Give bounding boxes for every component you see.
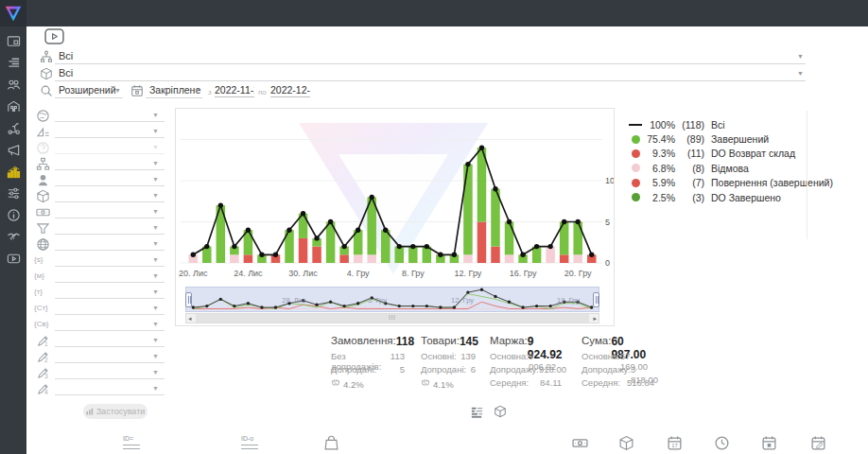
filter-select-13[interactable]: ▼ [55, 318, 165, 331]
navigator-left-handle[interactable] [185, 292, 192, 307]
svg-text:30. Лис: 30. Лис [288, 269, 318, 278]
legend-label: DO Завершено [711, 192, 781, 203]
scroll-right-arrow-icon[interactable]: ▸ [593, 314, 597, 323]
mini-chart-icon [86, 408, 94, 415]
scrollbar-thumb[interactable]: ||| [196, 314, 589, 323]
cart-percent-icon [421, 378, 430, 390]
product-filter-select[interactable]: Всі ▼ [55, 66, 806, 81]
svg-text:8. Гру: 8. Гру [402, 269, 425, 278]
toolbar-package[interactable] [618, 435, 634, 454]
navigator-right-handle[interactable] [593, 292, 599, 307]
filter-row-7: ▼ [34, 221, 165, 237]
filter-select-11[interactable]: ▼ [55, 286, 165, 299]
sidebar-item-analytics[interactable] [0, 163, 26, 184]
legend-item-3[interactable]: 6.8%(8)Відмова [627, 161, 833, 175]
delivery-icon [7, 121, 21, 139]
sidebar-item-sliders[interactable] [0, 184, 26, 206]
period-mode-select[interactable]: Закріплене ▼ [146, 83, 202, 98]
page: Всі ▼ Всі ▼ Розширений ▼ [0, 0, 868, 454]
sidebar-item-delivery[interactable] [0, 119, 26, 141]
chevron-down-icon: ▼ [152, 385, 159, 392]
toolbar-calendar-edit[interactable] [810, 435, 826, 454]
chevron-down-icon: ▼ [152, 144, 159, 150]
stat-sub-value: 57 169.00 [620, 351, 654, 364]
filter-select-15[interactable]: ▼ [55, 350, 165, 363]
token-icon: {Ст} [34, 304, 48, 312]
svg-text:10: 10 [605, 176, 614, 185]
svg-text:0: 0 [605, 258, 610, 268]
chart-panel: 051020. Лис24. Лис30. Лис4. Гру8. Гру12.… [175, 108, 615, 326]
legend-item-0[interactable]: 100%(118)Всі [627, 117, 833, 131]
toolbar-calendar-date[interactable]: 17 [667, 435, 683, 454]
legend-percent: 6.8% [644, 163, 675, 174]
stat-sub-label: Основні: [421, 351, 457, 364]
chevron-down-icon: ▼ [152, 208, 159, 215]
legend-count: (8) [675, 163, 704, 174]
filter-select-14[interactable]: ▼ [55, 334, 165, 347]
sidebar-item-info[interactable] [0, 206, 26, 228]
sidebar-item-megaphone[interactable] [0, 141, 26, 163]
svg-text:12. Гру: 12. Гру [451, 296, 474, 305]
toolbar-bag[interactable] [323, 435, 339, 454]
pencil-index: 3 [44, 373, 48, 379]
status-filter-select[interactable]: Всі ▼ [55, 49, 806, 64]
filter-select-17[interactable]: ▼ [55, 382, 165, 395]
filter-select-9[interactable]: ▼ [55, 253, 165, 267]
stat-sub-label: Середня: [582, 377, 620, 391]
chevron-down-icon: ▼ [152, 256, 159, 263]
search-mode-select[interactable]: Розширений ▼ [55, 83, 123, 98]
video-tour-button[interactable] [44, 28, 64, 44]
orders-view-toggle[interactable] [470, 405, 484, 419]
filter-select-6[interactable]: ▼ [55, 205, 165, 218]
toolbar-col-id-o[interactable]: ID-o [241, 435, 258, 449]
date-from-input[interactable] [215, 83, 254, 97]
chart-scrollbar[interactable]: ◂ ||| ▸ [185, 313, 599, 323]
sidebar-item-warehouse[interactable] [0, 97, 26, 119]
filter-select-8[interactable]: ▼ [55, 237, 165, 251]
chevron-down-icon: ▼ [152, 224, 159, 231]
stat-sub-label: Основна: [490, 351, 529, 364]
cart-percent-icon [331, 378, 340, 390]
legend-label: Завершений [711, 133, 769, 145]
toolbar-col-id=[interactable]: ID= [123, 435, 140, 449]
chevron-down-icon: ▼ [152, 240, 159, 247]
orders-chart[interactable]: 051020. Лис24. Лис30. Лис4. Гру8. Гру12.… [176, 109, 614, 285]
legend-item-2[interactable]: 9.3%(11)DO Возврат склад [627, 147, 833, 161]
toolbar-clock[interactable] [714, 435, 730, 454]
filter-row-8: ▼ [34, 237, 165, 253]
date-to-input[interactable] [270, 83, 310, 97]
products-view-toggle[interactable] [494, 405, 508, 419]
filter-select-12[interactable]: ▼ [55, 302, 165, 315]
sidebar-item-video[interactable] [0, 250, 26, 271]
play-icon [44, 28, 64, 44]
legend-item-5[interactable]: 2.5%(3)DO Завершено [627, 190, 833, 204]
filter-select-5[interactable]: ▼ [55, 189, 165, 202]
sidebar-item-handshake[interactable] [0, 228, 26, 250]
megaphone-icon [7, 143, 21, 161]
filter-select-0[interactable]: ▼ [55, 109, 165, 122]
legend-item-4[interactable]: 5.9%(7)Повернення (завершений) [627, 176, 833, 190]
globe-icon [36, 109, 50, 123]
status-filter-row: Всі ▼ [0, 49, 868, 64]
navigator-minichart: 28. Лис5. Гру12. Гру19. Гру [186, 288, 599, 311]
scroll-left-arrow-icon[interactable]: ◂ [188, 314, 192, 323]
filter-select-10[interactable]: ▼ [55, 270, 165, 283]
triangle-v-logo-icon [3, 3, 24, 24]
legend-percent: 2.5% [644, 192, 675, 203]
toolbar-banknote[interactable] [572, 435, 588, 454]
apply-button[interactable]: Застосувати [83, 404, 148, 419]
app-logo[interactable] [0, 0, 26, 26]
stat-value: 118 [396, 335, 414, 351]
chart-navigator[interactable]: 28. Лис5. Гру12. Гру19. Гру [185, 287, 599, 312]
chevron-down-icon: ▼ [152, 112, 159, 118]
filter-select-16[interactable]: ▼ [55, 366, 165, 379]
filter-select-4[interactable]: ▼ [55, 173, 165, 186]
filter-row-12: {Ст}▼ [34, 302, 165, 318]
legend-item-1[interactable]: 75.4%(89)Завершений [627, 131, 833, 146]
filter-row-0: ▼ [34, 109, 165, 125]
chevron-down-icon: ▼ [152, 160, 159, 166]
filter-select-7[interactable]: ▼ [55, 221, 165, 235]
toolbar-calendar-check[interactable] [761, 435, 777, 454]
filter-select-3[interactable]: ▼ [55, 157, 165, 170]
filter-select-1[interactable]: ▼ [55, 125, 165, 138]
